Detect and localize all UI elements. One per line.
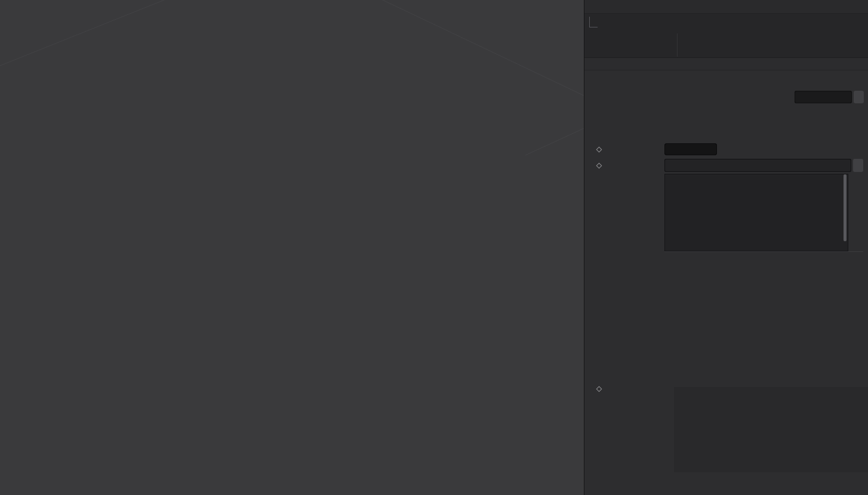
seed-input[interactable] xyxy=(664,143,717,155)
viewport-3d[interactable] xyxy=(0,0,584,495)
application-window xyxy=(0,0,868,495)
preset-select[interactable] xyxy=(795,91,852,103)
flower-parts-select[interactable] xyxy=(664,159,851,172)
divider xyxy=(664,251,863,252)
param-diamond-icon xyxy=(596,147,602,153)
profile-curve-editor[interactable] xyxy=(674,387,868,472)
flower-layers-list[interactable] xyxy=(664,174,848,251)
layers-scrollbar[interactable] xyxy=(844,174,847,241)
column-divider xyxy=(677,33,678,57)
object-manager[interactable] xyxy=(584,14,868,58)
param-diamond-icon xyxy=(596,163,602,169)
object-manager-menubar xyxy=(584,0,868,14)
flower-parts-arrow[interactable] xyxy=(853,159,863,172)
flower-render xyxy=(0,0,584,495)
attributes-menubar xyxy=(584,70,868,88)
flower-parts-row xyxy=(584,159,868,174)
tree-elbow xyxy=(589,17,598,27)
seed-row xyxy=(584,143,868,158)
preset-select-arrow[interactable] xyxy=(854,91,864,103)
attributes-title-bar xyxy=(584,58,868,70)
object-row-toflower[interactable] xyxy=(584,16,868,33)
param-diamond-icon xyxy=(596,386,602,392)
object-title-row xyxy=(584,88,868,106)
right-panel xyxy=(584,0,868,495)
